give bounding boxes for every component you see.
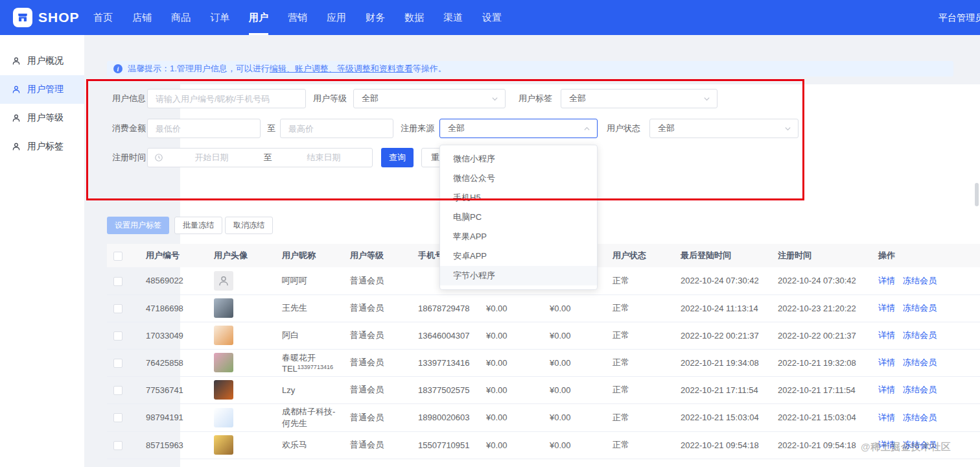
detail-link[interactable]: 详情: [878, 357, 895, 367]
nav-item[interactable]: 首页: [84, 0, 122, 35]
cell-nickname: 成都桔子科技-何先生: [275, 403, 344, 431]
nav-item[interactable]: 财务: [356, 0, 395, 35]
user-status-label: 用户状态: [607, 119, 640, 138]
logo-text: SHOP: [38, 10, 80, 25]
cell-nickname: 春暖花开TEL13397713416: [275, 349, 344, 376]
cell-level: 普通会员: [344, 403, 412, 431]
nav-item[interactable]: 渠道: [434, 0, 472, 35]
dropdown-option[interactable]: 字节小程序: [440, 266, 597, 285]
chevron-down-icon: [703, 95, 710, 102]
sidebar: 用户概况用户管理用户等级用户标签: [0, 35, 84, 467]
sidebar-item-label: 用户概况: [27, 55, 64, 67]
user-info-input[interactable]: [147, 89, 306, 108]
search-button[interactable]: 查询: [381, 148, 414, 167]
cell-nickname: 王先生: [275, 294, 344, 322]
column-header: 用户编号: [139, 244, 207, 267]
alert-text: 温馨提示：1.管理用户信息，可以进行编辑、账户调整、等级调整和资料查看等操作。: [128, 63, 447, 75]
cell-last-login: 2022-10-21 15:03:04: [674, 403, 771, 431]
detail-link[interactable]: 详情: [878, 276, 895, 285]
cell-nickname: 阿白: [275, 322, 344, 349]
user-avatar: [214, 271, 233, 291]
scrollbar-thumb[interactable]: [975, 183, 979, 206]
alert-text-underlined: 编辑、账户调整、等级调整和资料查看: [270, 64, 413, 73]
sidebar-item[interactable]: 用户管理: [0, 75, 84, 104]
cell-consume: ¥0.00: [543, 349, 606, 376]
consume-amount-label: 消费金额: [112, 119, 146, 138]
freeze-link[interactable]: 冻结会员: [903, 385, 937, 394]
cell-level: 普通会员: [344, 322, 412, 349]
sidebar-item[interactable]: 用户概况: [0, 47, 84, 75]
dropdown-option[interactable]: 安卓APP: [440, 246, 597, 266]
max-price-input[interactable]: [280, 119, 393, 138]
dropdown-option[interactable]: 微信公众号: [440, 169, 597, 188]
freeze-link[interactable]: 冻结会员: [903, 330, 937, 340]
cancel-freeze-button[interactable]: 取消冻结: [225, 217, 273, 234]
sidebar-item[interactable]: 用户等级: [0, 104, 84, 132]
row-checkbox[interactable]: [113, 413, 122, 422]
nav-item[interactable]: 订单: [200, 0, 239, 35]
nav-item[interactable]: 商品: [161, 0, 200, 35]
cell-register-time: 2022-10-21 17:11:54: [771, 376, 872, 403]
detail-link[interactable]: 详情: [878, 413, 895, 422]
nav-item[interactable]: 数据: [395, 0, 434, 35]
user-avatar: [214, 435, 233, 455]
cell-phone: 15507710951: [412, 431, 480, 459]
user-icon: [12, 142, 21, 151]
sidebar-item-label: 用户标签: [27, 141, 64, 152]
cell-last-login: 2022-10-24 11:13:14: [674, 294, 771, 322]
freeze-link[interactable]: 冻结会员: [903, 276, 937, 285]
nav-item[interactable]: 应用: [317, 0, 356, 35]
dropdown-option[interactable]: 苹果APP: [440, 227, 597, 246]
column-header: 操作: [872, 244, 980, 267]
user-level-select[interactable]: 全部: [353, 89, 506, 108]
nav-item[interactable]: 用户: [239, 0, 278, 35]
detail-link[interactable]: 详情: [878, 303, 895, 313]
freeze-link[interactable]: 冻结会员: [903, 357, 937, 367]
cell-consume: ¥0.00: [543, 376, 606, 403]
batch-freeze-button[interactable]: 批量冻结: [174, 217, 222, 234]
table-row: 85715963 欢乐马 普通会员 15507710951 ¥0.00 ¥0.0…: [107, 431, 980, 459]
row-checkbox[interactable]: [113, 386, 122, 395]
freeze-link[interactable]: 冻结会员: [903, 303, 937, 313]
user-status-select[interactable]: 全部: [649, 119, 799, 138]
cell-balance: ¥0.00: [480, 403, 543, 431]
nav-item[interactable]: 设置: [472, 0, 511, 35]
cell-balance: ¥0.00: [480, 349, 543, 376]
register-source-select[interactable]: 全部: [439, 119, 598, 138]
cell-consume: ¥0.00: [543, 294, 606, 322]
cell-level: 普通会员: [344, 431, 412, 459]
user-tag-select[interactable]: 全部: [561, 89, 718, 108]
table-row: 76425858 春暖花开TEL13397713416 普通会员 1339771…: [107, 349, 980, 376]
dropdown-option[interactable]: 电脑PC: [440, 208, 597, 227]
row-checkbox[interactable]: [113, 331, 122, 341]
cell-user-id: 85715963: [139, 431, 207, 459]
user-avatar: [214, 326, 233, 345]
user-tag-value: 全部: [569, 93, 586, 104]
row-checkbox[interactable]: [113, 359, 122, 368]
sidebar-item[interactable]: 用户标签: [0, 132, 84, 161]
nav-item[interactable]: 营销: [278, 0, 317, 35]
dropdown-option[interactable]: 手机H5: [440, 188, 597, 208]
cell-status: 正常: [606, 322, 674, 349]
logo: SHOP: [13, 8, 80, 27]
nav-item[interactable]: 店铺: [122, 0, 161, 35]
set-user-tag-button[interactable]: 设置用户标签: [107, 217, 169, 234]
select-all-checkbox[interactable]: [113, 252, 122, 261]
register-time-range-picker[interactable]: 开始日期 至 结束日期: [147, 148, 373, 167]
freeze-link[interactable]: 冻结会员: [903, 413, 937, 422]
user-status-value: 全部: [658, 123, 675, 134]
cell-consume: ¥0.00: [543, 431, 606, 459]
detail-link[interactable]: 详情: [878, 385, 895, 394]
date-separator: 至: [260, 152, 275, 163]
cell-user-id: 77536741: [139, 376, 207, 403]
dropdown-option[interactable]: 微信小程序: [440, 149, 597, 169]
cell-balance: ¥0.00: [480, 376, 543, 403]
detail-link[interactable]: 详情: [878, 330, 895, 340]
cell-level: 普通会员: [344, 376, 412, 403]
row-checkbox[interactable]: [113, 277, 122, 286]
row-checkbox[interactable]: [113, 441, 122, 450]
min-price-input[interactable]: [147, 119, 261, 138]
nav-right-label[interactable]: 平台管理员: [939, 0, 980, 35]
row-checkbox[interactable]: [113, 304, 122, 313]
cell-last-login: 2022-10-21 17:11:54: [674, 376, 771, 403]
